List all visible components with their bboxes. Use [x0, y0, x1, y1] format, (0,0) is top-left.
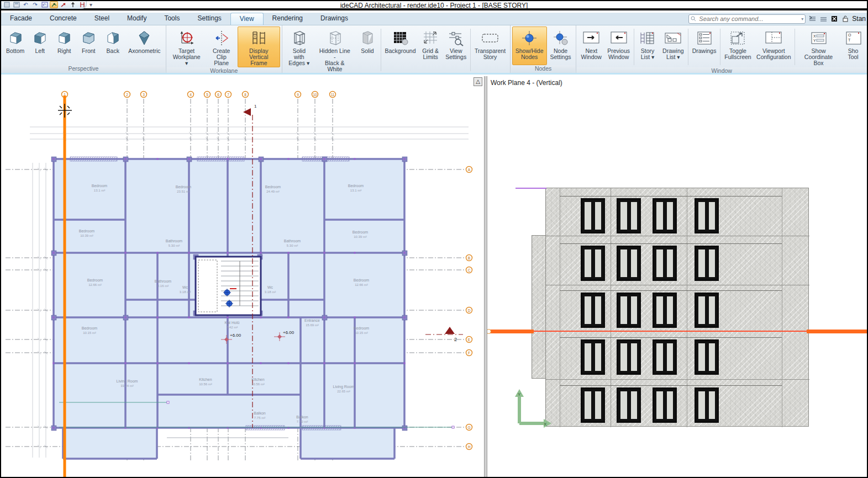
lock-icon[interactable]	[841, 15, 850, 23]
search-icon	[691, 16, 696, 22]
group-label-view: View	[283, 73, 509, 75]
solid-with-edges-button[interactable]: Solid with Edges ▾	[284, 26, 314, 73]
svg-text:8: 8	[244, 93, 246, 97]
room-area-label: 10.56 m²	[199, 383, 212, 386]
window	[581, 387, 605, 423]
room-area-label: 24.49 m²	[266, 190, 280, 193]
window-pane	[594, 342, 603, 372]
selection-line-purple	[515, 188, 546, 189]
room-label: Bedroom	[348, 184, 364, 188]
workplane-cut-line-left[interactable]	[487, 330, 534, 333]
collapse-divider-button[interactable]: △	[474, 77, 482, 86]
building-elevation[interactable]	[545, 188, 809, 427]
group-separator	[470, 29, 471, 71]
hidden-line-bw-button[interactable]: Hidden Line - Black & White	[314, 26, 355, 73]
window	[653, 198, 677, 233]
room-area-label: 5.30 m²	[169, 244, 180, 247]
svg-text:+6.00: +6.00	[230, 333, 241, 338]
workplane-cut-line-right[interactable]	[807, 330, 868, 333]
viewport-configuration-button[interactable]: Viewport Configuration	[754, 26, 794, 67]
axonometric-view-button[interactable]: Axonometric	[125, 26, 164, 65]
room-label: Wc	[267, 285, 273, 289]
transparent-story-button[interactable]: Transparent Story	[472, 26, 508, 73]
vertical-frame-icon	[250, 28, 267, 48]
display-vertical-frame-button[interactable]: Display Vertical Frame	[238, 26, 280, 67]
create-clip-plane-button[interactable]: Create Clip Plane	[206, 26, 238, 67]
viewport-configuration-icon	[764, 28, 783, 48]
svg-text:T: T	[848, 38, 851, 42]
drawings-button[interactable]: Drawings	[690, 26, 719, 67]
group-separator	[720, 29, 720, 65]
workplane-header: Work Plane 4 - (Vertical)	[491, 79, 562, 87]
svg-text:6: 6	[217, 93, 219, 97]
layer-stack-icon[interactable]	[819, 15, 828, 23]
tab-view[interactable]: View	[230, 13, 264, 25]
group-separator	[381, 29, 381, 71]
show-hide-nodes-button[interactable]: Show/Hide Nodes	[512, 26, 547, 65]
window	[617, 246, 641, 281]
layer-list-icon[interactable]	[808, 15, 817, 23]
room-label: Bedroom	[354, 278, 370, 282]
axonometric-cube-icon	[138, 28, 151, 48]
cube-left-icon	[32, 28, 48, 48]
front-view-button[interactable]: Front	[76, 26, 101, 65]
next-window-button[interactable]: Next Window	[578, 26, 604, 67]
hidden-line-icon	[326, 28, 344, 48]
bottom-view-button[interactable]: Bottom	[3, 26, 28, 65]
room-label: Bedroom	[82, 326, 98, 330]
close-box-icon[interactable]	[830, 15, 839, 23]
grid-limits-button[interactable]: Grid & Limits	[418, 26, 443, 73]
right-view-button[interactable]: Right	[52, 26, 76, 65]
story-list-button[interactable]: Story List ▾	[635, 26, 660, 67]
window-pane	[697, 201, 706, 231]
toggle-fullscreen-button[interactable]: Toggle Fullscreen	[722, 26, 754, 67]
search-dropdown-icon[interactable]: ▾	[801, 17, 803, 22]
show-coordinate-box-button[interactable]: XY Show Coordinate Box	[796, 26, 841, 67]
solid-button[interactable]: Solid	[355, 26, 380, 73]
view-settings-button[interactable]: View Settings	[443, 26, 469, 73]
drawings-icon	[695, 28, 714, 48]
background-icon	[392, 28, 409, 48]
window	[653, 339, 677, 375]
svg-text:E: E	[468, 338, 471, 342]
workplane-cut-line-mid[interactable]	[534, 331, 807, 332]
back-view-button[interactable]: Back	[101, 26, 125, 65]
tab-drawings[interactable]: Drawings	[312, 13, 357, 25]
search-input[interactable]	[698, 15, 799, 23]
command-search-box[interactable]: ▾	[688, 14, 806, 24]
tab-tools[interactable]: Tools	[155, 13, 188, 25]
previous-window-button[interactable]: Previous Window	[604, 26, 633, 67]
tab-settings[interactable]: Settings	[188, 13, 230, 25]
plan-viewport[interactable]: 1234567891011ABCDEFGH12+6.00+6.00Bedroom…	[1, 76, 484, 477]
svg-text:4: 4	[190, 93, 192, 97]
window-pane	[697, 342, 706, 372]
tab-modify[interactable]: Modify	[118, 13, 155, 25]
tab-rendering[interactable]: Rendering	[264, 13, 312, 25]
window-pane	[583, 248, 592, 278]
drawing-list-button[interactable]: Drawing List ▾	[660, 26, 687, 67]
show-toolbox-button-clipped[interactable]: OT Sho Tool	[841, 26, 865, 67]
svg-text:5: 5	[206, 93, 208, 97]
tab-facade[interactable]: Facade	[1, 13, 41, 25]
menu-bar: Facade Concrete Steel Modify Tools Setti…	[1, 13, 867, 25]
node-settings-icon	[552, 28, 570, 48]
workplane-viewport[interactable]: Work Plane 4 - (Vertical) Y X	[487, 76, 868, 477]
node-settings-button[interactable]: Node Settings	[547, 26, 575, 65]
svg-text:X: X	[813, 34, 816, 38]
nodes-icon	[520, 28, 538, 48]
window-pane	[708, 342, 717, 372]
next-window-icon	[582, 28, 601, 48]
tab-steel[interactable]: Steel	[86, 13, 118, 25]
app-window: ↶ ↷ ↶ ▾ ideCAD Architectural - render.id…	[0, 0, 868, 478]
ribbon: Bottom Left Right Front Back Axonometric	[1, 25, 867, 75]
floor-plan-canvas[interactable]: 1234567891011ABCDEFGH12+6.00+6.00Bedroom…	[1, 76, 484, 477]
svg-text:A: A	[468, 168, 471, 172]
target-workplane-button[interactable]: Target Workplane ▾	[168, 26, 206, 67]
background-button[interactable]: Background	[382, 26, 418, 73]
left-view-button[interactable]: Left	[28, 26, 52, 65]
window-pane	[594, 390, 603, 420]
svg-text:O: O	[848, 33, 851, 37]
solid-icon	[359, 28, 376, 48]
tab-concrete[interactable]: Concrete	[41, 13, 86, 25]
window-pane	[708, 390, 717, 420]
